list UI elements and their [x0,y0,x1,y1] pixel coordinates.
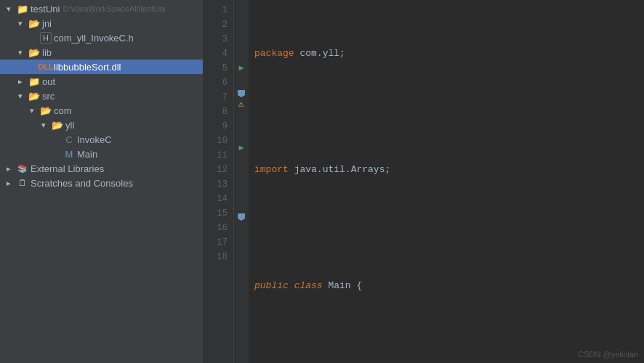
tree-item-invokeC-h[interactable]: H com_yll_InvokeC.h [0,30,203,45]
java-class-icon: C [63,134,75,145]
tree-item-yll[interactable]: 📂 yll [0,118,203,132]
tree-label: yll [65,120,74,131]
code-line-5: public class Main { [254,279,644,293]
tree-label: testUni [31,4,60,15]
dll-file-icon: DLL [40,61,52,73]
watermark: CSDN @yelinlan [578,350,638,359]
editor-gutter: ▶ ⚠ ▶ [234,0,249,363]
folder-icon: 📂 [40,105,52,116]
code-area[interactable]: 1 2 3 4 5 6 7 8 9 10 11 12 13 14 15 16 1… [204,0,644,363]
tree-item-out[interactable]: 📁 out [0,74,203,89]
tree-label: out [42,76,55,87]
chevron-down-icon [15,46,26,58]
run-icon-line11[interactable]: ▶ [234,141,249,155]
file-tree: 📁 testUni D:\ideaWorkSpaceAll\testUni 📂 … [0,0,204,363]
spacer [49,148,61,160]
chevron-right-icon [15,76,26,87]
spacer [49,134,61,145]
code-line-6 [254,337,644,351]
java-main-icon: M [63,148,75,160]
folder-icon: 📂 [28,17,40,29]
tree-label: Scratches and Consoles [31,178,133,189]
file-h-icon: H [40,32,52,44]
line-numbers: 1 2 3 4 5 6 7 8 9 10 11 12 13 14 15 16 1… [204,0,234,363]
tree-label: com [54,105,72,116]
tree-item-scratches[interactable]: 🗒 Scratches and Consoles [0,176,203,190]
code-line-2 [254,105,644,119]
tree-item-main[interactable]: M Main [0,147,203,161]
code-content[interactable]: package com.yll; import java.util.Arrays… [249,0,644,363]
library-icon: 📚 [17,163,28,174]
tree-label: com_yll_InvokeC.h [54,33,134,44]
folder-icon: 📂 [28,46,40,58]
tree-item-com[interactable]: 📂 com [0,103,203,118]
code-editor: 1 2 3 4 5 6 7 8 9 10 11 12 13 14 15 16 1… [204,0,644,363]
code-line-1: package com.yll; [254,46,644,61]
tree-item-src[interactable]: 📂 src [0,89,203,103]
chevron-right-icon [3,163,15,174]
code-line-3: import java.util.Arrays; [254,163,644,177]
spacer [26,32,38,44]
tree-label: src [42,91,55,102]
chevron-down-icon [15,17,26,29]
chevron-down-icon [26,105,38,116]
chevron-right-icon [3,177,15,189]
tree-item-external-libs[interactable]: 📚 External Libraries [0,161,203,176]
tree-label: libbubbleSort.dll [54,62,121,73]
folder-icon: 📁 [28,76,40,87]
tree-item-lib[interactable]: 📂 lib [0,45,203,60]
tree-item-invokeC[interactable]: C InvokeC [0,132,203,147]
bookmark-icon-line7 [238,90,245,97]
scratches-icon: 🗒 [17,177,28,189]
tree-label: Main [77,149,97,160]
chevron-down-icon [3,3,15,15]
tree-item-dll[interactable]: DLL libbubbleSort.dll [0,60,203,74]
tree-label: lib [42,47,52,58]
tree-item-testuni[interactable]: 📁 testUni D:\ideaWorkSpaceAll\testUni [0,1,203,16]
spacer [26,61,38,73]
run-icon-line5[interactable]: ▶ [234,61,249,76]
warning-icon-line8: ⚠ [234,97,249,112]
folder-icon: 📂 [28,90,40,102]
chevron-down-icon [15,90,26,102]
bookmark-icon-line16 [238,213,245,221]
code-line-4 [254,221,644,235]
project-icon: 📁 [17,3,28,15]
tree-label: External Libraries [31,163,104,174]
tree-item-jni[interactable]: 📂 jni [0,16,203,30]
folder-icon: 📂 [52,119,63,131]
tree-label: InvokeC [77,134,112,145]
tree-label: jni [42,18,52,29]
chevron-down-icon [38,119,49,131]
tree-path: D:\ideaWorkSpaceAll\testUni [63,4,165,13]
